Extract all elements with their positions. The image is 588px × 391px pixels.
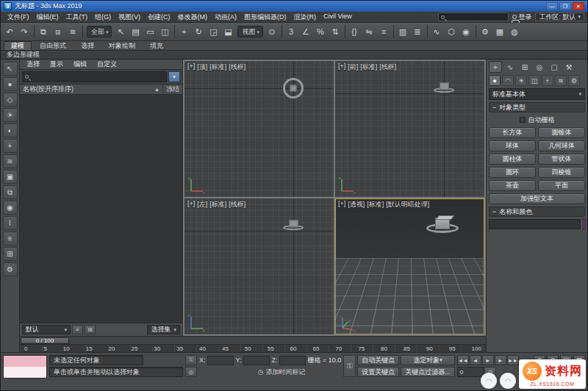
toolbar-button[interactable]	[345, 25, 345, 38]
close-button[interactable]: ✕	[573, 2, 584, 10]
viewport-label[interactable]: [+]	[187, 200, 195, 209]
search-filter-button[interactable]: ▾	[168, 71, 180, 82]
lights-category-icon[interactable]: ☀	[515, 75, 527, 86]
go-to-start-button[interactable]: ◄◄	[457, 355, 469, 365]
object-type-button[interactable]: 管状体	[538, 154, 585, 165]
selection-lock-icon[interactable]: ⚿	[185, 355, 197, 365]
coordinate-input[interactable]	[243, 356, 270, 365]
cameras-category-icon[interactable]: ◫	[528, 75, 540, 86]
menu-item[interactable]: 文件(F)	[4, 12, 33, 22]
render-production-icon[interactable]: ◍	[508, 25, 522, 39]
object-type-button[interactable]: 平面	[538, 180, 585, 191]
viewport-label[interactable]: [默认明暗处理]	[386, 200, 429, 209]
autogrid-checkbox[interactable]	[520, 117, 526, 123]
create-tab-icon[interactable]: +	[489, 61, 502, 73]
space-warps-category-icon[interactable]: ≋	[555, 75, 567, 86]
time-slider-track[interactable]: 0 / 100	[20, 337, 486, 345]
name-color-rollout-header[interactable]: − 名称和颜色	[489, 207, 585, 217]
align-icon[interactable]: ≡	[377, 25, 391, 39]
material-editor-icon[interactable]: ◉	[459, 25, 473, 39]
object-type-button[interactable]: 球体	[489, 140, 536, 151]
object-type-button[interactable]: 圆柱体	[489, 154, 536, 165]
viewport-label[interactable]: [+]	[187, 62, 195, 72]
menu-item[interactable]: 图形编辑器(D)	[240, 12, 290, 22]
curve-editor-icon[interactable]: ∿	[430, 25, 444, 39]
viewport-top[interactable]: [+][顶][标准][线框] x y	[184, 61, 334, 197]
toolbar-button[interactable]	[427, 25, 428, 38]
object-type-button[interactable]: 圆锥体	[538, 127, 585, 138]
display-tab-icon[interactable]: ▢	[548, 61, 561, 73]
redo-icon[interactable]: ↷	[18, 25, 32, 39]
percent-snap-icon[interactable]: %	[314, 25, 328, 39]
explorer-settings-icon[interactable]: ⚙	[3, 262, 18, 276]
explorer-menu-item[interactable]: 自定义	[92, 60, 122, 69]
mirror-icon[interactable]: ⇋	[362, 25, 376, 39]
maximize-button[interactable]: ❐	[559, 2, 571, 10]
angle-snap-icon[interactable]: ∠	[299, 25, 313, 39]
spinner-snap-icon[interactable]: ⇅	[329, 25, 343, 39]
motion-tab-icon[interactable]: ◎	[533, 61, 546, 73]
scene-explorer-toggle-icon[interactable]: ▥	[396, 25, 410, 39]
viewport-front[interactable]: [+][前][标准][线框] x z	[335, 61, 484, 197]
explorer-menu-item[interactable]: 编辑	[68, 60, 92, 69]
object-type-button[interactable]: 长方体	[489, 127, 536, 138]
viewport-label[interactable]: [顶]	[197, 62, 207, 72]
select-and-link-icon[interactable]: ⧉	[37, 25, 51, 39]
maxscript-mini-listener[interactable]	[3, 355, 47, 379]
toolbar-button[interactable]	[174, 25, 175, 38]
ribbon-tab[interactable]: 对象绘制	[102, 41, 142, 50]
current-frame-field[interactable]: 0	[457, 367, 484, 377]
viewport-label[interactable]: [透视]	[348, 200, 365, 209]
viewport-perspective[interactable]: [+][透视][标准][默认明暗处理] x y z	[335, 198, 484, 334]
object-type-button[interactable]: 加强型文本	[489, 193, 585, 204]
unlink-selection-icon[interactable]: ⧈	[51, 25, 65, 39]
frozen-column-header[interactable]: 冻结	[162, 85, 179, 94]
menu-item[interactable]: 组(G)	[91, 12, 115, 22]
select-and-place-icon[interactable]: ⬓	[221, 25, 235, 39]
isolate-selection-icon[interactable]: ◎	[185, 367, 197, 377]
viewport-label[interactable]: [+]	[338, 200, 345, 209]
menu-item[interactable]: 工具(T)	[62, 12, 92, 22]
menu-item[interactable]: Civil View	[320, 12, 356, 22]
set-key-button[interactable]: 设置关键点	[357, 367, 399, 377]
display-bones-icon[interactable]: ⌇	[3, 216, 18, 230]
shapes-category-icon[interactable]: ◠	[502, 75, 514, 86]
explorer-menu-item[interactable]: 显示	[45, 60, 68, 69]
systems-category-icon[interactable]: ⚙	[568, 75, 580, 86]
object-type-button[interactable]: 圆环	[489, 167, 536, 178]
viewport-label[interactable]: [标准]	[209, 200, 226, 209]
viewport-label[interactable]: [前]	[348, 62, 358, 72]
object-type-rollout-header[interactable]: − 对象类型	[489, 102, 585, 112]
viewport-label[interactable]: [标准]	[360, 62, 377, 72]
named-selection-sets-icon[interactable]: {}	[348, 25, 362, 39]
bind-to-space-warp-icon[interactable]: ≋	[66, 25, 80, 39]
selection-filter-dropdown[interactable]: 全部	[87, 26, 112, 37]
display-xrefs-icon[interactable]: ⧉	[3, 185, 18, 199]
scene-object-perspective-view[interactable]	[425, 209, 460, 233]
object-type-button[interactable]: 几何球体	[538, 140, 585, 151]
use-pivot-center-icon[interactable]: ⊙	[265, 25, 279, 39]
auto-key-button[interactable]: 自动关键点	[357, 355, 399, 365]
selection-set-dropdown[interactable]: 选择集 ▾	[147, 325, 180, 334]
select-and-scale-icon[interactable]: ◲	[207, 25, 220, 39]
viewport-label[interactable]: [线框]	[229, 200, 245, 209]
hierarchy-mode-icon[interactable]: ⊞	[3, 247, 18, 261]
utilities-tab-icon[interactable]: ⚒	[562, 61, 576, 73]
reference-coordinate-dropdown[interactable]: 视图	[237, 26, 262, 37]
hierarchy-tab-icon[interactable]: ⊞	[518, 61, 531, 73]
select-filter-icon[interactable]: ↖	[3, 62, 18, 76]
viewport-left[interactable]: [+][左][标准][线框] y z	[184, 198, 334, 334]
object-type-button[interactable]: 四棱锥	[538, 167, 585, 178]
viewport-label[interactable]: [线框]	[229, 62, 245, 72]
time-tag-row[interactable]: ◷ 添加时间标记	[199, 367, 306, 377]
ribbon-tab[interactable]: 选择	[74, 41, 101, 50]
layer-explorer-icon[interactable]: ≣	[411, 25, 425, 39]
select-object-icon[interactable]: ↖	[114, 25, 128, 39]
menu-item[interactable]: 动画(A)	[211, 12, 240, 22]
toolbar-button[interactable]	[282, 25, 282, 38]
key-filters-button[interactable]: 关键点过滤器...	[401, 367, 455, 377]
help-search-input[interactable]	[447, 14, 506, 21]
undo-icon[interactable]: ↶	[3, 25, 17, 39]
scene-object-left-view[interactable]	[283, 220, 304, 230]
rendered-frame-icon[interactable]: ▦	[493, 25, 507, 39]
